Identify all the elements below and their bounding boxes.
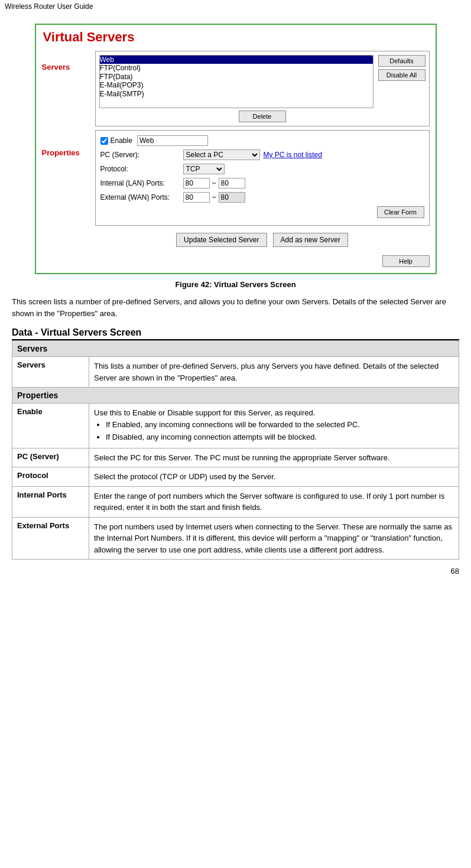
servers-term: Servers [12, 357, 89, 388]
external-ports-table-row: External Ports The port numbers used by … [12, 517, 459, 560]
main-content: Virtual Servers Servers Properties Web F… [0, 13, 471, 564]
server-option-ftp-data: FTP(Data) [100, 73, 373, 81]
virtual-servers-panel: Virtual Servers Servers Properties Web F… [35, 24, 437, 274]
servers-label: Servers [42, 63, 95, 71]
internal-ports-label: Internal (LAN) Ports: [100, 179, 183, 187]
properties-group-header-row: Properties [12, 388, 459, 404]
clear-form-button[interactable]: Clear Form [377, 206, 424, 218]
enable-bullet-1: If Enabled, any incoming connections wil… [106, 419, 454, 431]
enable-row: Enable [100, 135, 424, 146]
internal-port-start-input[interactable] [183, 178, 210, 188]
page-number: 68 [0, 564, 471, 578]
help-button[interactable]: Help [382, 255, 430, 267]
server-option-email-smtp: E-Mail(SMTP) [100, 90, 373, 98]
protocol-table-term: Protocol [12, 467, 89, 487]
internal-ports-table-row: Internal Ports Enter the range of port n… [12, 486, 459, 517]
enable-label: Enable [111, 136, 132, 145]
figure-caption: Figure 42: Virtual Servers Screen [12, 280, 459, 289]
properties-label: Properties [42, 148, 95, 157]
external-ports-label: External (WAN) Ports: [100, 193, 183, 201]
enable-table-row: Enable Use this to Enable or Disable sup… [12, 404, 459, 448]
right-content: Web FTP(Control) FTP(Data) E-Mail(POP3) … [95, 51, 430, 267]
clear-form-row: Clear Form [100, 206, 424, 218]
pc-server-row: PC (Server): Select a PC My PC is not li… [100, 149, 424, 160]
enable-def-list: If Enabled, any incoming connections wil… [106, 419, 454, 443]
pc-server-label: PC (Server): [100, 151, 183, 159]
disable-all-button[interactable]: Disable All [378, 69, 425, 81]
servers-group-header-row: Servers [12, 341, 459, 357]
enable-bullet-2: If Disabled, any incoming connection att… [106, 431, 454, 443]
external-port-end-input[interactable] [219, 192, 245, 203]
server-list-row: Web FTP(Control) FTP(Data) E-Mail(POP3) … [99, 55, 425, 108]
update-selected-button[interactable]: Update Selected Server [176, 233, 267, 247]
server-listbox[interactable]: Web FTP(Control) FTP(Data) E-Mail(POP3) … [99, 55, 373, 108]
header-title: Wireless Router User Guide [5, 2, 93, 11]
pc-server-table-def: Select the PC for this Server. The PC mu… [89, 448, 459, 467]
internal-port-range: ~ [183, 178, 245, 188]
server-select[interactable]: Web FTP(Control) FTP(Data) E-Mail(POP3) … [100, 56, 373, 108]
internal-port-end-input[interactable] [219, 178, 245, 188]
servers-group-header: Servers [12, 341, 459, 357]
protocol-row: Protocol: TCP UDP [100, 164, 424, 174]
tilde-internal: ~ [212, 179, 216, 187]
server-option-email-pop3: E-Mail(POP3) [100, 81, 373, 89]
defaults-button[interactable]: Defaults [378, 55, 425, 67]
enable-table-def: Use this to Enable or Disable support fo… [89, 404, 459, 448]
enable-checkbox[interactable] [100, 137, 108, 145]
description-text: This screen lists a number of pre-define… [12, 296, 459, 319]
delete-row: Delete [99, 110, 425, 122]
pc-server-select[interactable]: Select a PC [183, 149, 260, 160]
servers-def: This lists a number of pre-defined Serve… [89, 357, 459, 388]
panel-inner: Servers Properties Web FTP(Control) FTP(… [36, 47, 436, 273]
enable-value-input[interactable] [137, 135, 208, 146]
left-labels: Servers Properties [42, 51, 95, 267]
enable-table-term: Enable [12, 404, 89, 448]
external-port-range: ~ [183, 192, 245, 203]
protocol-label: Protocol: [100, 165, 183, 173]
internal-ports-table-def: Enter the range of port numbers which th… [89, 486, 459, 517]
pc-server-table-row: PC (Server) Select the PC for this Serve… [12, 448, 459, 467]
internal-ports-table-term: Internal Ports [12, 486, 89, 517]
properties-group-header: Properties [12, 388, 459, 404]
help-row: Help [95, 255, 430, 267]
external-ports-table-def: The port numbers used by Internet users … [89, 517, 459, 560]
protocol-select[interactable]: TCP UDP [183, 164, 225, 174]
section-title: Data - Virtual Servers Screen [12, 327, 459, 340]
internal-ports-row: Internal (LAN) Ports: ~ [100, 178, 424, 188]
external-ports-row: External (WAN) Ports: ~ [100, 192, 424, 203]
protocol-table-row: Protocol Select the protocol (TCP or UDP… [12, 467, 459, 487]
panel-title: Virtual Servers [36, 25, 436, 47]
properties-section: Enable PC (Server): Select a PC My PC is… [95, 130, 430, 226]
page-header: Wireless Router User Guide [0, 0, 471, 13]
servers-row: Servers This lists a number of pre-defin… [12, 357, 459, 388]
protocol-table-def: Select the protocol (TCP or UDP) used by… [89, 467, 459, 487]
external-ports-table-term: External Ports [12, 517, 89, 560]
pc-server-table-term: PC (Server) [12, 448, 89, 467]
server-option-web: Web [100, 56, 373, 64]
server-buttons: Defaults Disable All [378, 55, 425, 81]
servers-section: Web FTP(Control) FTP(Data) E-Mail(POP3) … [95, 51, 430, 126]
my-pc-not-listed-link[interactable]: My PC is not listed [264, 151, 322, 159]
add-new-server-button[interactable]: Add as new Server [273, 233, 348, 247]
tilde-external: ~ [212, 193, 216, 201]
action-buttons-row: Update Selected Server Add as new Server [95, 233, 430, 247]
delete-button[interactable]: Delete [239, 110, 286, 122]
data-table: Servers Servers This lists a number of p… [12, 340, 459, 560]
server-option-ftp-control: FTP(Control) [100, 64, 373, 72]
external-port-start-input[interactable] [183, 192, 210, 203]
